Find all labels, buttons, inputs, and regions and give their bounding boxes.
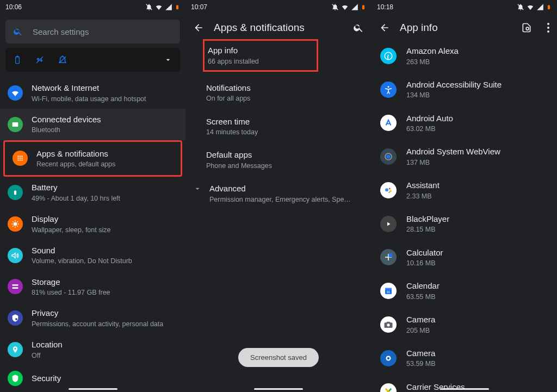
app-title: Amazon Alexa — [406, 46, 459, 57]
search-icon — [13, 27, 23, 36]
svg-rect-33 — [385, 288, 392, 290]
settings-item-network[interactable]: Network & Internet Wi-Fi, mobile, data u… — [0, 77, 185, 109]
status-bar: 10:07 — [185, 0, 372, 14]
settings-item-security[interactable]: Security — [0, 365, 185, 391]
item-title: Sound — [32, 245, 132, 256]
menu-item-screen-time[interactable]: Screen time 14 minutes today — [185, 110, 372, 144]
settings-item-sound[interactable]: Sound Volume, vibration, Do Not Disturb — [0, 240, 185, 271]
back-icon[interactable] — [379, 22, 390, 33]
svg-point-30 — [388, 192, 389, 193]
svg-point-8 — [20, 156, 21, 157]
privacy-icon — [8, 310, 23, 326]
settings-item-location[interactable]: Location Off — [0, 334, 185, 365]
more-icon[interactable] — [547, 23, 549, 33]
wifi-icon — [341, 3, 349, 11]
calendar-icon: 31 — [380, 283, 397, 299]
app-row[interactable]: Calculator10.16 MB — [372, 241, 557, 275]
svg-point-16 — [14, 222, 17, 226]
settings-item-storage[interactable]: Storage 81% used - 11.97 GB free — [0, 271, 185, 303]
clock: 10:07 — [191, 3, 207, 11]
settings-item-battery[interactable]: Battery 49% - About 1 day, 10 hrs left — [0, 177, 185, 208]
app-row[interactable]: Android Auto63.02 MB — [372, 107, 557, 140]
app-title: Android System WebView — [406, 146, 500, 157]
app-size: 205 MB — [406, 326, 435, 335]
status-icons: x — [145, 3, 180, 11]
quick-settings-row[interactable] — [5, 48, 180, 72]
menu-item-default-apps[interactable]: Default apps Phone and Messages — [185, 143, 372, 177]
svg-point-27 — [385, 188, 388, 191]
app-row[interactable]: Camera53.59 MB — [372, 341, 557, 375]
app-list: Amazon Alexa263 MBAndroid Accessibility … — [372, 39, 557, 392]
chevron-down-icon[interactable] — [164, 55, 172, 64]
a11y-icon — [380, 82, 397, 98]
app-size: 137 MB — [406, 158, 500, 167]
item-subtitle: 49% - About 1 day, 10 hrs left — [32, 194, 120, 203]
toast-screenshot-saved: Screenshot saved — [238, 348, 319, 367]
app-row[interactable]: Android System WebView137 MB — [372, 140, 557, 173]
app-title: BlackPlayer — [406, 214, 449, 225]
item-subtitle: Permissions, account activity, personal … — [32, 320, 163, 328]
app-size: 63.55 MB — [406, 293, 440, 301]
search-placeholder: Search settings — [33, 27, 89, 36]
app-row[interactable]: Camera205 MB — [372, 308, 557, 341]
settings-item-privacy[interactable]: Privacy Permissions, account activity, p… — [0, 302, 185, 334]
status-bar: 10:06 x — [0, 0, 185, 14]
item-subtitle: Phone and Messages — [206, 161, 362, 170]
nav-indicator — [254, 388, 303, 390]
filter-icon[interactable] — [521, 22, 532, 33]
nav-indicator — [69, 388, 117, 390]
header: App info — [372, 14, 557, 39]
item-title: Default apps — [206, 150, 362, 160]
battery-icon — [175, 3, 180, 11]
menu-item-app-info[interactable]: App info 66 apps installed — [208, 45, 313, 66]
back-icon[interactable] — [193, 22, 204, 33]
clock: 10:06 — [5, 3, 22, 11]
nav-indicator — [440, 388, 489, 390]
svg-point-25 — [386, 154, 391, 159]
svg-point-28 — [389, 188, 391, 189]
svg-point-10 — [17, 158, 18, 159]
menu-item-advanced[interactable]: Advanced Permission manager, Emergency a… — [185, 177, 372, 210]
svg-point-15 — [21, 160, 22, 161]
app-size: 134 MB — [406, 91, 502, 99]
search-icon[interactable] — [353, 22, 364, 33]
svg-point-9 — [21, 156, 22, 157]
svg-point-23 — [385, 52, 392, 60]
settings-item-apps-notifications[interactable]: Apps & notifications Recent apps, defaul… — [9, 146, 176, 171]
app-row[interactable]: Assistant2.33 MB — [372, 173, 557, 207]
app-size: 2.33 MB — [406, 192, 440, 201]
app-row[interactable]: 31Calendar63.55 MB — [372, 274, 557, 308]
search-settings[interactable]: Search settings — [5, 20, 180, 43]
settings-item-connected-devices[interactable]: Connected devices Bluetooth — [0, 109, 185, 140]
app-row[interactable]: Amazon Alexa263 MB — [372, 39, 557, 73]
svg-rect-6 — [13, 122, 18, 127]
app-title: Carrier Services — [406, 382, 465, 393]
app-row[interactable]: Android Accessibility Suite134 MB — [372, 73, 557, 107]
menu-item-notifications[interactable]: Notifications On for all apps — [185, 76, 372, 110]
battery-icon — [8, 185, 23, 200]
item-subtitle: Recent apps, default apps — [36, 160, 115, 169]
item-title: Screen time — [206, 116, 362, 127]
dnd-icon — [145, 3, 153, 11]
svg-rect-31 — [389, 254, 393, 258]
settings-item-display[interactable]: Display Wallpaper, sleep, font size — [0, 208, 185, 240]
app-size: 63.02 MB — [406, 125, 453, 133]
app-title: Android Auto — [406, 113, 453, 124]
status-icons — [517, 3, 552, 11]
item-subtitle: Volume, vibration, Do Not Disturb — [32, 257, 132, 265]
data-off-icon — [35, 55, 45, 65]
item-title: Network & Internet — [32, 83, 146, 94]
app-row[interactable]: BlackPlayer28.15 MB — [372, 207, 557, 241]
svg-point-24 — [388, 86, 389, 88]
item-title: Advanced — [209, 183, 351, 194]
item-subtitle: Off — [32, 351, 63, 360]
item-title: App info — [208, 45, 313, 56]
item-subtitle: 81% used - 11.97 GB free — [32, 288, 110, 297]
app-title: Camera — [406, 314, 435, 325]
item-title: Storage — [32, 277, 110, 288]
svg-point-12 — [21, 158, 22, 159]
apps-icon — [13, 151, 28, 166]
camera-icon — [380, 316, 397, 333]
item-title: Apps & notifications — [36, 148, 115, 159]
app-title: Camera — [406, 348, 436, 359]
